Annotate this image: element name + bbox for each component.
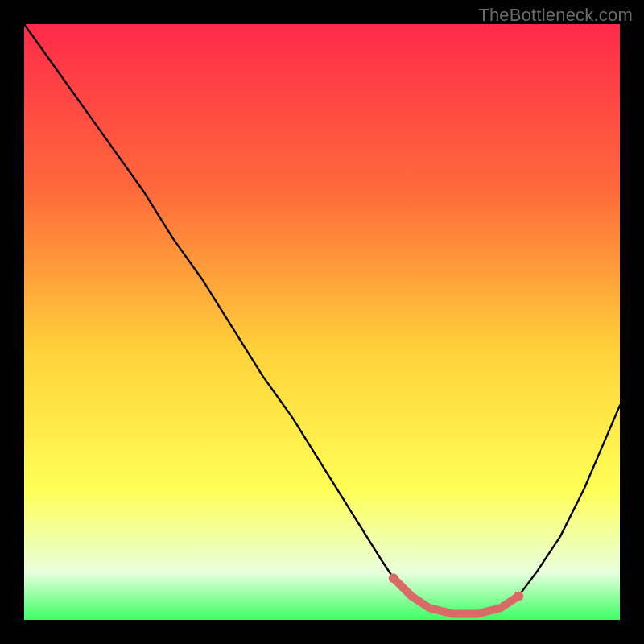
bottleneck-chart	[24, 24, 620, 620]
sweet-spot-start-dot	[389, 573, 398, 583]
watermark-label: TheBottleneck.com	[478, 5, 633, 26]
sweet-spot-end-dot	[514, 591, 523, 601]
chart-frame	[24, 24, 620, 620]
gradient-background	[24, 24, 620, 620]
